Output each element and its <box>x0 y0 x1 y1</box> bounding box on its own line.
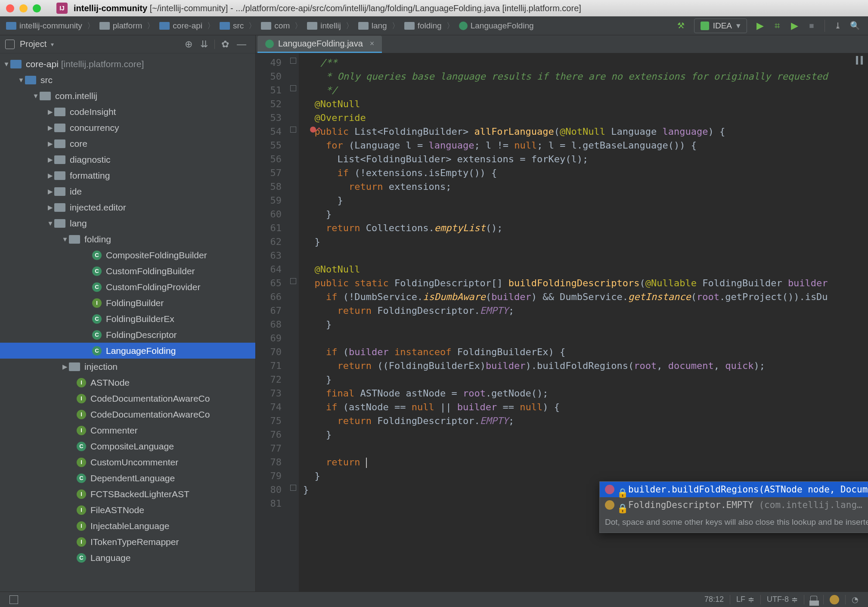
search-everywhere-icon[interactable]: 🔍 <box>849 20 861 31</box>
breadcrumb-item[interactable]: intellij <box>305 21 343 31</box>
breadcrumb-item[interactable]: com <box>259 21 291 31</box>
tree-node[interactable]: IASTNode <box>0 375 255 390</box>
breadcrumb-item[interactable]: LanguageFolding <box>457 21 536 31</box>
build-hammer-icon[interactable]: ⚒ <box>676 20 687 31</box>
collapse-all-icon[interactable]: ⇊ <box>200 39 208 50</box>
project-tool-icon[interactable] <box>5 40 15 49</box>
tree-expand-arrow[interactable]: ▼ <box>17 76 25 84</box>
completion-item-2[interactable]: 🔒 FoldingDescriptor.EMPTY (com.intellij.… <box>600 497 868 513</box>
tree-node[interactable]: ▼src <box>0 72 255 88</box>
tree-node[interactable]: ICustomUncommenter <box>0 454 255 470</box>
fold-toggle-icon[interactable] <box>290 127 296 133</box>
status-caret-pos[interactable]: 78:12 <box>704 595 724 604</box>
tree-node[interactable]: IFCTSBackedLighterAST <box>0 486 255 502</box>
tree-node[interactable]: ▼folding <box>0 231 255 247</box>
close-window-icon[interactable] <box>6 4 14 12</box>
tree-node[interactable]: CDependentLanguage <box>0 470 255 486</box>
inspections-pause-icon[interactable] <box>856 56 863 65</box>
status-line-ending[interactable]: LF ≑ <box>736 595 754 604</box>
interface-icon: I <box>92 298 102 308</box>
tree-module-root[interactable]: ▼ core-api [intellij.platform.core] <box>0 56 255 72</box>
run-coverage-icon[interactable]: ▶ <box>789 20 800 31</box>
tree-expand-arrow[interactable]: ▶ <box>46 140 54 148</box>
tree-node[interactable]: ▶concurrency <box>0 120 255 136</box>
tree-node[interactable]: CLanguageFolding <box>0 343 255 359</box>
tree-expand-arrow[interactable]: ▼ <box>61 235 69 243</box>
tree-node[interactable]: IInjectableLanguage <box>0 518 255 534</box>
minimize-window-icon[interactable] <box>19 4 28 12</box>
fold-toggle-icon[interactable] <box>290 485 296 491</box>
tree-node[interactable]: CCustomFoldingBuilder <box>0 263 255 279</box>
override-gutter-icon[interactable] <box>310 127 316 133</box>
status-readonly-lock-icon[interactable] <box>810 596 817 604</box>
run-config-label: IDEA <box>713 21 732 31</box>
tree-node[interactable]: ▶injection <box>0 359 255 375</box>
tree-expand-arrow[interactable]: ▶ <box>46 124 54 132</box>
status-hector-icon[interactable] <box>830 595 839 604</box>
code-editor[interactable]: 49 50 51 52 53 54 55 56 57 58 59 60 61 6… <box>256 53 868 592</box>
tree-node[interactable]: ICommenter <box>0 422 255 438</box>
project-tool-title[interactable]: Project <box>20 39 46 49</box>
chevron-down-icon[interactable]: ▾ <box>51 41 54 48</box>
chevron-right-icon: 〉 <box>147 21 155 31</box>
tree-expand-arrow[interactable]: ▶ <box>46 108 54 116</box>
status-memory-icon[interactable]: ◔ <box>852 595 859 604</box>
tree-expand-arrow[interactable]: ▶ <box>46 188 54 195</box>
tab-language-folding[interactable]: LanguageFolding.java × <box>257 36 382 53</box>
breadcrumb-item[interactable]: folding <box>403 21 443 31</box>
fold-toggle-icon[interactable] <box>290 278 296 284</box>
editor-fold-gutter[interactable] <box>288 53 299 592</box>
breadcrumb-item[interactable]: intellij-community <box>4 21 84 31</box>
zoom-window-icon[interactable] <box>33 4 41 12</box>
debug-bug-icon[interactable]: ⌗ <box>772 20 783 31</box>
tree-node[interactable]: CFoldingDescriptor <box>0 327 255 343</box>
fold-toggle-icon[interactable] <box>290 58 296 64</box>
tree-expand-arrow[interactable]: ▶ <box>46 172 54 180</box>
tree-node[interactable]: CLanguage <box>0 550 255 566</box>
tree-node[interactable]: ▼lang <box>0 215 255 231</box>
editor-gutter[interactable]: 49 50 51 52 53 54 55 56 57 58 59 60 61 6… <box>256 53 288 592</box>
tree-node[interactable]: CCustomFoldingProvider <box>0 279 255 295</box>
vcs-update-icon[interactable]: ⤓ <box>832 20 843 31</box>
project-tree[interactable]: ▼ core-api [intellij.platform.core] ▼src… <box>0 53 255 592</box>
tree-expand-arrow[interactable]: ▶ <box>46 156 54 164</box>
status-encoding[interactable]: UTF-8 ≑ <box>767 595 798 604</box>
gear-icon[interactable]: ✿ <box>221 39 229 50</box>
tree-expand-arrow[interactable]: ▼ <box>46 220 54 227</box>
tree-node[interactable]: ▶ide <box>0 183 255 199</box>
tree-node[interactable]: CCompositeLanguage <box>0 438 255 454</box>
fold-toggle-icon[interactable] <box>290 85 296 91</box>
breadcrumb-item[interactable]: lang <box>356 21 389 31</box>
run-config-selector[interactable]: IDEA ▾ <box>694 19 747 33</box>
tree-node[interactable]: ICodeDocumentationAwareCo <box>0 406 255 422</box>
tree-expand-arrow[interactable]: ▶ <box>61 363 69 371</box>
target-scroll-icon[interactable]: ⊕ <box>185 39 192 50</box>
tree-node[interactable]: ▶formatting <box>0 167 255 183</box>
run-play-icon[interactable]: ▶ <box>754 20 766 31</box>
tree-node[interactable]: CCompositeFoldingBuilder <box>0 247 255 263</box>
hide-tool-icon[interactable]: — <box>237 39 246 50</box>
completion-item-1[interactable]: 🔒 builder.buildFoldRegions(ASTNode node,… <box>600 482 868 497</box>
tree-node[interactable]: ▶injected.editor <box>0 199 255 215</box>
tree-node[interactable]: IFileASTNode <box>0 502 255 518</box>
tree-node[interactable]: ICodeDocumentationAwareCo <box>0 390 255 406</box>
tree-expand-arrow[interactable]: ▼ <box>32 92 40 99</box>
close-tab-icon[interactable]: × <box>370 39 375 48</box>
tree-node-label: diagnostic <box>70 155 111 165</box>
tree-node[interactable]: ▶core <box>0 136 255 152</box>
tree-node[interactable]: ▶codeInsight <box>0 104 255 120</box>
tree-node[interactable]: CFoldingBuilderEx <box>0 311 255 327</box>
tree-node[interactable]: ▶diagnostic <box>0 152 255 167</box>
tree-node-label: Language <box>90 553 130 563</box>
tree-expand-arrow[interactable]: ▶ <box>46 204 54 211</box>
tree-node[interactable]: IFoldingBuilder <box>0 295 255 311</box>
code-completion-popup[interactable]: 🔒 builder.buildFoldRegions(ASTNode node,… <box>599 481 868 533</box>
tree-node[interactable]: IITokenTypeRemapper <box>0 534 255 550</box>
folder-icon <box>54 219 65 228</box>
tool-windows-toggle[interactable] <box>9 595 18 604</box>
tree-node-label: FoldingBuilderEx <box>106 314 174 324</box>
tree-node[interactable]: ▼com.intellij <box>0 88 255 104</box>
breadcrumb-item[interactable]: core-api <box>158 21 204 31</box>
breadcrumb-item[interactable]: src <box>218 21 245 31</box>
breadcrumb-item[interactable]: platform <box>98 21 144 31</box>
